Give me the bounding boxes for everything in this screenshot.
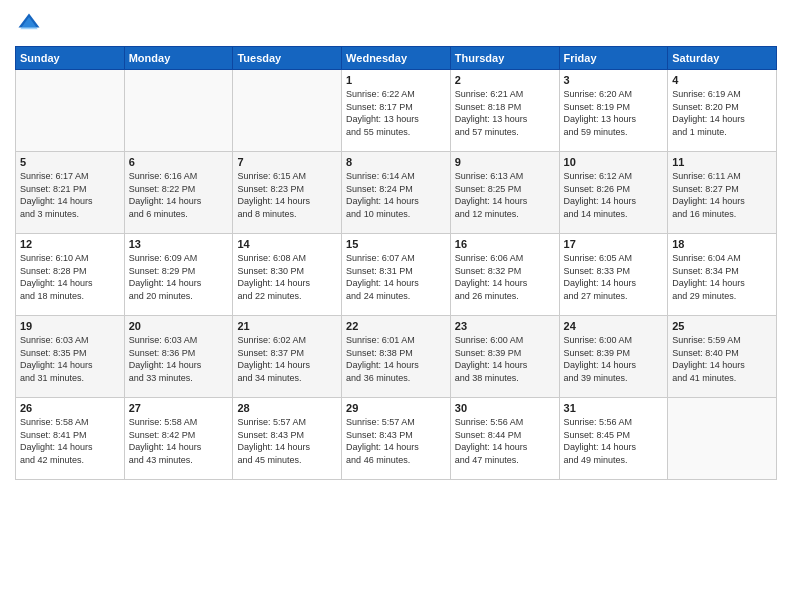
day-number: 12: [20, 238, 120, 250]
day-info: Sunrise: 6:09 AMSunset: 8:29 PMDaylight:…: [129, 252, 229, 302]
day-info: Sunrise: 6:11 AMSunset: 8:27 PMDaylight:…: [672, 170, 772, 220]
day-info: Sunrise: 5:57 AMSunset: 8:43 PMDaylight:…: [346, 416, 446, 466]
day-info: Sunrise: 6:19 AMSunset: 8:20 PMDaylight:…: [672, 88, 772, 138]
calendar-cell: 19Sunrise: 6:03 AMSunset: 8:35 PMDayligh…: [16, 316, 125, 398]
calendar-cell: 15Sunrise: 6:07 AMSunset: 8:31 PMDayligh…: [342, 234, 451, 316]
calendar-cell: 8Sunrise: 6:14 AMSunset: 8:24 PMDaylight…: [342, 152, 451, 234]
day-info: Sunrise: 6:04 AMSunset: 8:34 PMDaylight:…: [672, 252, 772, 302]
day-info: Sunrise: 6:14 AMSunset: 8:24 PMDaylight:…: [346, 170, 446, 220]
day-info: Sunrise: 6:01 AMSunset: 8:38 PMDaylight:…: [346, 334, 446, 384]
day-info: Sunrise: 6:16 AMSunset: 8:22 PMDaylight:…: [129, 170, 229, 220]
calendar-cell: 12Sunrise: 6:10 AMSunset: 8:28 PMDayligh…: [16, 234, 125, 316]
calendar-cell: 24Sunrise: 6:00 AMSunset: 8:39 PMDayligh…: [559, 316, 668, 398]
day-number: 16: [455, 238, 555, 250]
calendar-cell: 25Sunrise: 5:59 AMSunset: 8:40 PMDayligh…: [668, 316, 777, 398]
calendar-cell: 30Sunrise: 5:56 AMSunset: 8:44 PMDayligh…: [450, 398, 559, 480]
day-info: Sunrise: 6:03 AMSunset: 8:36 PMDaylight:…: [129, 334, 229, 384]
header-cell-tuesday: Tuesday: [233, 47, 342, 70]
calendar-cell: 28Sunrise: 5:57 AMSunset: 8:43 PMDayligh…: [233, 398, 342, 480]
page: SundayMondayTuesdayWednesdayThursdayFrid…: [0, 0, 792, 612]
calendar-cell: [16, 70, 125, 152]
calendar-cell: 16Sunrise: 6:06 AMSunset: 8:32 PMDayligh…: [450, 234, 559, 316]
day-info: Sunrise: 6:06 AMSunset: 8:32 PMDaylight:…: [455, 252, 555, 302]
day-info: Sunrise: 5:59 AMSunset: 8:40 PMDaylight:…: [672, 334, 772, 384]
day-number: 3: [564, 74, 664, 86]
day-info: Sunrise: 6:10 AMSunset: 8:28 PMDaylight:…: [20, 252, 120, 302]
header-cell-sunday: Sunday: [16, 47, 125, 70]
calendar-cell: 22Sunrise: 6:01 AMSunset: 8:38 PMDayligh…: [342, 316, 451, 398]
calendar-cell: 29Sunrise: 5:57 AMSunset: 8:43 PMDayligh…: [342, 398, 451, 480]
day-number: 8: [346, 156, 446, 168]
week-row-1: 1Sunrise: 6:22 AMSunset: 8:17 PMDaylight…: [16, 70, 777, 152]
day-number: 13: [129, 238, 229, 250]
header-cell-wednesday: Wednesday: [342, 47, 451, 70]
day-number: 24: [564, 320, 664, 332]
calendar-cell: 23Sunrise: 6:00 AMSunset: 8:39 PMDayligh…: [450, 316, 559, 398]
day-number: 19: [20, 320, 120, 332]
calendar-cell: 1Sunrise: 6:22 AMSunset: 8:17 PMDaylight…: [342, 70, 451, 152]
day-number: 7: [237, 156, 337, 168]
calendar-cell: 14Sunrise: 6:08 AMSunset: 8:30 PMDayligh…: [233, 234, 342, 316]
calendar-cell: 26Sunrise: 5:58 AMSunset: 8:41 PMDayligh…: [16, 398, 125, 480]
day-info: Sunrise: 5:58 AMSunset: 8:42 PMDaylight:…: [129, 416, 229, 466]
calendar-cell: 17Sunrise: 6:05 AMSunset: 8:33 PMDayligh…: [559, 234, 668, 316]
header-row: SundayMondayTuesdayWednesdayThursdayFrid…: [16, 47, 777, 70]
calendar-cell: 7Sunrise: 6:15 AMSunset: 8:23 PMDaylight…: [233, 152, 342, 234]
day-number: 1: [346, 74, 446, 86]
day-number: 20: [129, 320, 229, 332]
day-number: 2: [455, 74, 555, 86]
calendar-header: SundayMondayTuesdayWednesdayThursdayFrid…: [16, 47, 777, 70]
day-number: 5: [20, 156, 120, 168]
calendar-cell: 13Sunrise: 6:09 AMSunset: 8:29 PMDayligh…: [124, 234, 233, 316]
day-number: 25: [672, 320, 772, 332]
calendar-cell: [124, 70, 233, 152]
day-number: 21: [237, 320, 337, 332]
calendar-cell: [233, 70, 342, 152]
week-row-2: 5Sunrise: 6:17 AMSunset: 8:21 PMDaylight…: [16, 152, 777, 234]
day-number: 15: [346, 238, 446, 250]
day-info: Sunrise: 6:03 AMSunset: 8:35 PMDaylight:…: [20, 334, 120, 384]
calendar-cell: 6Sunrise: 6:16 AMSunset: 8:22 PMDaylight…: [124, 152, 233, 234]
header-cell-friday: Friday: [559, 47, 668, 70]
day-info: Sunrise: 6:12 AMSunset: 8:26 PMDaylight:…: [564, 170, 664, 220]
day-info: Sunrise: 6:22 AMSunset: 8:17 PMDaylight:…: [346, 88, 446, 138]
week-row-3: 12Sunrise: 6:10 AMSunset: 8:28 PMDayligh…: [16, 234, 777, 316]
calendar-cell: 21Sunrise: 6:02 AMSunset: 8:37 PMDayligh…: [233, 316, 342, 398]
day-number: 22: [346, 320, 446, 332]
day-info: Sunrise: 6:20 AMSunset: 8:19 PMDaylight:…: [564, 88, 664, 138]
calendar-cell: 10Sunrise: 6:12 AMSunset: 8:26 PMDayligh…: [559, 152, 668, 234]
week-row-4: 19Sunrise: 6:03 AMSunset: 8:35 PMDayligh…: [16, 316, 777, 398]
calendar-cell: 5Sunrise: 6:17 AMSunset: 8:21 PMDaylight…: [16, 152, 125, 234]
calendar-cell: 2Sunrise: 6:21 AMSunset: 8:18 PMDaylight…: [450, 70, 559, 152]
day-info: Sunrise: 5:58 AMSunset: 8:41 PMDaylight:…: [20, 416, 120, 466]
day-number: 26: [20, 402, 120, 414]
logo-icon: [15, 10, 43, 38]
day-number: 27: [129, 402, 229, 414]
calendar-cell: 11Sunrise: 6:11 AMSunset: 8:27 PMDayligh…: [668, 152, 777, 234]
day-number: 18: [672, 238, 772, 250]
day-number: 14: [237, 238, 337, 250]
header: [15, 10, 777, 38]
calendar-body: 1Sunrise: 6:22 AMSunset: 8:17 PMDaylight…: [16, 70, 777, 480]
day-number: 9: [455, 156, 555, 168]
day-number: 10: [564, 156, 664, 168]
day-number: 31: [564, 402, 664, 414]
day-info: Sunrise: 6:08 AMSunset: 8:30 PMDaylight:…: [237, 252, 337, 302]
logo: [15, 10, 47, 38]
calendar-cell: 4Sunrise: 6:19 AMSunset: 8:20 PMDaylight…: [668, 70, 777, 152]
day-number: 17: [564, 238, 664, 250]
day-info: Sunrise: 5:57 AMSunset: 8:43 PMDaylight:…: [237, 416, 337, 466]
calendar-cell: 20Sunrise: 6:03 AMSunset: 8:36 PMDayligh…: [124, 316, 233, 398]
day-number: 29: [346, 402, 446, 414]
day-number: 4: [672, 74, 772, 86]
day-info: Sunrise: 6:02 AMSunset: 8:37 PMDaylight:…: [237, 334, 337, 384]
day-number: 23: [455, 320, 555, 332]
week-row-5: 26Sunrise: 5:58 AMSunset: 8:41 PMDayligh…: [16, 398, 777, 480]
header-cell-saturday: Saturday: [668, 47, 777, 70]
calendar-cell: 9Sunrise: 6:13 AMSunset: 8:25 PMDaylight…: [450, 152, 559, 234]
day-info: Sunrise: 5:56 AMSunset: 8:44 PMDaylight:…: [455, 416, 555, 466]
day-info: Sunrise: 5:56 AMSunset: 8:45 PMDaylight:…: [564, 416, 664, 466]
day-info: Sunrise: 6:13 AMSunset: 8:25 PMDaylight:…: [455, 170, 555, 220]
header-cell-thursday: Thursday: [450, 47, 559, 70]
day-info: Sunrise: 6:00 AMSunset: 8:39 PMDaylight:…: [455, 334, 555, 384]
